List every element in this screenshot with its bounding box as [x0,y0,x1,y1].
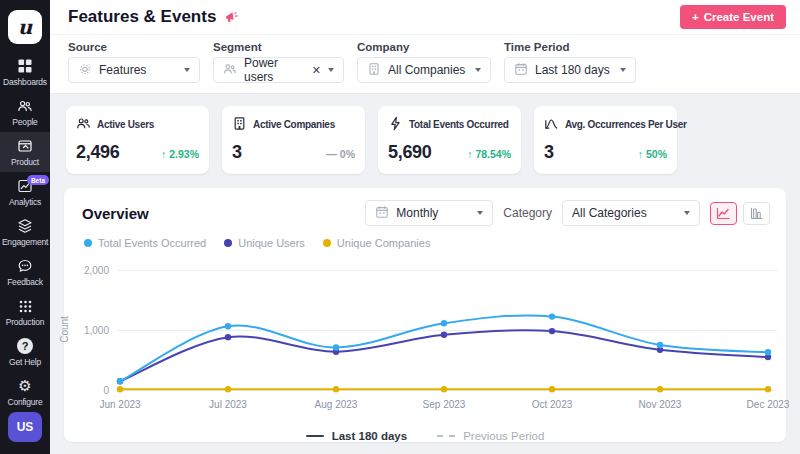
sidebar-item-feedback[interactable]: Feedback [0,252,50,292]
kpi-card-avg-occurrences: Avg. Occurrences Per User 3 ↑50% [534,106,677,174]
sidebar-item-get-help[interactable]: ? Get Help [0,332,50,372]
sidebar-item-analytics[interactable]: Beta Analytics [0,172,50,212]
legend-label: Total Events Occurred [98,237,206,249]
sidebar-item-product[interactable]: Product [0,132,50,172]
kpi-label: Active Users [97,119,154,130]
time-period-value: Last 180 days [535,63,610,77]
source-gear-icon [78,62,92,79]
line-chart-plot-area[interactable]: Count 2,000 1,000 0 [117,270,777,391]
sidebar-item-label: Analytics [9,197,41,207]
category-value: All Categories [572,206,647,220]
sidebar: u Dashboards People Product Beta Analyt [0,0,50,454]
create-event-button[interactable]: + Create Event [680,5,786,29]
chevron-down-icon [684,211,690,215]
segment-dropdown[interactable]: Power users ✕ [213,57,344,83]
kpi-card-total-events: Total Events Occurred 5,690 ↑78.54% [378,106,521,174]
help-question-icon: ? [17,338,33,354]
interval-dropdown[interactable]: Monthly [365,200,493,226]
chevron-down-icon [328,68,334,72]
chart-type-toggles [710,202,770,225]
sidebar-item-label: Configure [7,397,42,407]
trend-up-icon: ↑ [161,148,166,160]
sidebar-item-label: Product [11,157,39,167]
source-value: Features [99,63,146,77]
sidebar-item-configure[interactable]: ⚙ Configure [0,372,50,412]
legend-item-total-events[interactable]: Total Events Occurred [84,237,206,249]
bar-chart-toggle[interactable] [743,202,770,225]
category-dropdown[interactable]: All Categories [562,200,700,226]
people-icon [17,98,33,114]
overview-panel: Overview Monthly Category All Categories [64,188,786,442]
page-title: Features & Events [68,7,216,27]
y-tick: 2,000 [65,265,109,276]
sidebar-item-production[interactable]: Production [0,293,50,332]
kpi-delta: ↑50% [638,148,667,160]
chevron-down-icon [475,68,481,72]
sidebar-item-engagement[interactable]: Engagement [0,212,50,252]
legend-current-period[interactable]: Last 180 days [306,430,407,442]
userpilot-logo[interactable]: u [8,10,42,44]
create-event-label: Create Event [704,11,774,23]
legend-dot [224,239,232,247]
company-value: All Companies [388,63,465,77]
filter-segment: Segment Power users ✕ [213,41,344,83]
x-tick: Oct 2023 [532,399,573,410]
megaphone-icon [224,9,241,25]
chart-series-svg [117,270,777,391]
sidebar-item-dashboards[interactable]: Dashboards [0,52,50,92]
line-chart-toggle[interactable] [710,202,737,225]
x-tick: Nov 2023 [639,399,682,410]
kpi-value: 3 [544,142,554,163]
feedback-bubble-icon [17,258,33,274]
source-dropdown[interactable]: Features [68,57,200,83]
app-root: u Dashboards People Product Beta Analyt [0,0,800,454]
x-tick: Aug 2023 [315,399,358,410]
chevron-down-icon [620,68,626,72]
kpi-delta: ↑2.93% [161,148,199,160]
legend-label: Last 180 days [332,430,407,442]
calendar-icon [514,62,528,79]
company-dropdown[interactable]: All Companies [357,57,491,83]
chevron-down-icon [184,68,190,72]
filter-time-period-label: Time Period [504,41,636,53]
kpi-value: 2,496 [76,142,120,163]
filter-time-period: Time Period Last 180 days [504,41,636,83]
bell-curve-icon [544,116,559,133]
trend-up-icon: ↑ [638,148,643,160]
filter-source-label: Source [68,41,200,53]
kpi-card-active-companies: Active Companies 3 —0% [222,106,365,174]
dashboards-icon [17,58,33,74]
calendar-icon [375,205,389,222]
sidebar-item-people[interactable]: People [0,92,50,132]
user-avatar[interactable]: US [8,412,42,442]
main-content: Features & Events + Create Event Source … [50,0,800,454]
sidebar-item-label: Get Help [9,357,41,367]
x-tick: Dec 2023 [747,399,790,410]
active-users-icon [76,116,91,133]
legend-label: Previous Period [463,430,544,442]
segment-people-icon [223,62,237,79]
legend-previous-period[interactable]: Previous Period [437,430,544,442]
kpi-label: Avg. Occurrences Per User [565,119,687,130]
kpi-label: Total Events Occurred [409,119,509,130]
kpi-cards-row: Active Users 2,496 ↑2.93% Active Compani… [50,94,800,174]
filter-source: Source Features [68,41,200,83]
time-period-dropdown[interactable]: Last 180 days [504,57,636,83]
clear-segment-icon[interactable]: ✕ [312,64,321,77]
filter-bar: Source Features Segment Power users ✕ [50,35,800,94]
kpi-label: Active Companies [253,119,335,130]
lightning-icon [388,116,403,133]
filter-segment-label: Segment [213,41,344,53]
legend-item-unique-companies[interactable]: Unique Companies [323,237,431,249]
legend-dot [323,239,331,247]
series-legend: Total Events Occurred Unique Users Uniqu… [84,237,770,249]
x-tick: Sep 2023 [423,399,466,410]
category-label: Category [503,206,552,220]
kpi-delta: ↑78.54% [467,148,511,160]
production-grid-icon [18,299,33,314]
x-tick: Jul 2023 [209,399,247,410]
y-tick: 0 [65,385,109,396]
interval-value: Monthly [396,206,438,220]
page-header: Features & Events + Create Event [50,0,800,35]
legend-item-unique-users[interactable]: Unique Users [224,237,305,249]
